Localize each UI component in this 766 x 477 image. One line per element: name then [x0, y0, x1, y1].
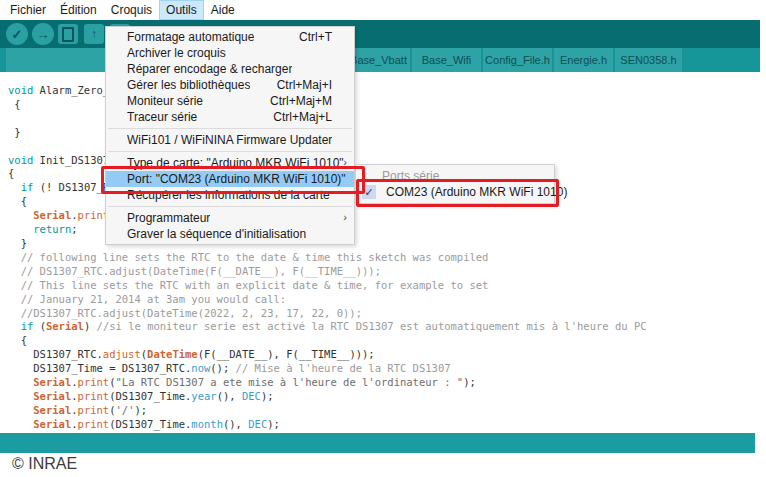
code-token: Serial [46, 320, 84, 332]
menu-item-label: Type de carte: "Arduino MKR WiFi 1010" [127, 156, 344, 170]
menubar-item-edition[interactable]: Édition [54, 1, 103, 19]
menu-bar: FichierÉditionCroquisOutilsAide [0, 0, 766, 20]
code-token: DS1307_Time = DS1307_RTC. [8, 362, 191, 374]
code-token: (), [223, 418, 248, 430]
page-icon [62, 27, 74, 42]
code-token: if [21, 320, 34, 332]
menu-separator-line [108, 151, 352, 152]
menu-item-label: Programmateur [127, 211, 210, 225]
menu-item-moniteur-serie[interactable]: Moniteur sérieCtrl+Maj+M [106, 93, 354, 109]
code-token: return [33, 223, 71, 235]
status-bar [0, 433, 755, 453]
code-token: (DS1307_Time. [109, 418, 191, 430]
menu-item-archiver-le-croquis[interactable]: Archiver le croquis [106, 45, 354, 61]
code-token: DS1307_RTC. [8, 348, 103, 360]
code-token: Serial [33, 404, 71, 416]
tab-label: SEN0358.h [620, 54, 676, 66]
menubar-item-fichier[interactable]: Fichier [4, 1, 52, 19]
tab-label: Base_Wifi [422, 54, 472, 66]
menubar-item-outils[interactable]: Outils [160, 1, 203, 19]
code-token: { [8, 195, 27, 207]
menu-item-shortcut: Ctrl+Maj+L [273, 110, 346, 124]
code-line: // following line sets the RTC to the da… [8, 251, 760, 265]
menu-item-shortcut: Ctrl+T [299, 30, 346, 44]
menu-item-programmateur[interactable]: Programmateur› [106, 210, 354, 226]
code-token: (); [210, 362, 235, 374]
code-token: Init_DS1307_ [33, 154, 115, 166]
code-token: (), [217, 390, 242, 402]
code-token [8, 181, 21, 193]
menu-item-reparer-encodage-recharger[interactable]: Réparer encodage & recharger [106, 61, 354, 77]
menu-item-recuperer-les-informations-de-la-carte[interactable]: Récupérer les informations de la carte [106, 187, 354, 203]
code-token: (DS1307_Time. [109, 390, 191, 402]
code-token: //DS1307_RTC.adjust(DateTime(2022, 2, 23… [8, 307, 362, 319]
code-token: { [8, 167, 14, 179]
submenu-item-label: COM23 (Arduino MKR WiFi 1010) [386, 185, 567, 199]
verify-button[interactable]: ✓ [6, 23, 28, 45]
new-sketch-button[interactable] [58, 24, 78, 44]
open-button[interactable]: ↑ [84, 24, 104, 44]
menu-item-graver-la-sequence-d-initialisation[interactable]: Graver la séquence d'initialisation [106, 226, 354, 242]
menu-item-label: Récupérer les informations de la carte [127, 188, 330, 202]
menubar-item-aide[interactable]: Aide [205, 1, 241, 19]
code-token: } [8, 237, 27, 249]
code-token: DateTime [147, 348, 198, 360]
upload-button[interactable]: → [32, 23, 54, 45]
code-token [8, 209, 33, 221]
menu-item-label: Moniteur série [127, 94, 203, 108]
code-token: // DS1307_RTC.adjust(DateTime(F(__DATE__… [8, 265, 381, 277]
code-token: ); [134, 404, 147, 416]
code-token: } [8, 126, 21, 138]
tab-energie-h[interactable]: Energie.h [554, 48, 614, 72]
code-token: // This line sets the RTC with an explic… [8, 279, 488, 291]
code-line: Serial.print(DS1307_Time.year(), DEC); [8, 390, 760, 404]
tab-config-file-h[interactable]: Config_File.h [483, 48, 553, 72]
menu-item-label: Traceur série [127, 110, 197, 124]
menubar-item-croquis[interactable]: Croquis [105, 1, 158, 19]
code-token: // following line sets the RTC to the da… [8, 251, 488, 263]
code-line: DS1307_RTC.adjust(DateTime(F(__DATE__), … [8, 348, 760, 362]
menu-item-type-de-carte-arduino-mkr-wifi-1010[interactable]: Type de carte: "Arduino MKR WiFi 1010"› [106, 155, 354, 171]
menu-item-wifi101-wifinina-firmware-updater[interactable]: WiFi101 / WiFiNINA Firmware Updater [106, 132, 354, 148]
menu-separator-line [108, 206, 352, 207]
code-line: // This line sets the RTC with an explic… [8, 279, 760, 293]
menu-item-label: Graver la séquence d'initialisation [127, 227, 306, 241]
port-submenu-items: ✓COM23 (Arduino MKR WiFi 1010) [356, 184, 554, 200]
code-token: DEC [248, 418, 267, 430]
code-token: ; [71, 223, 77, 235]
submenu-item-com23-arduino-mkr-wifi-1010[interactable]: ✓COM23 (Arduino MKR WiFi 1010) [356, 184, 554, 200]
arrow-right-icon: → [37, 27, 50, 42]
code-token: ); [267, 418, 280, 430]
code-token: { [8, 98, 21, 110]
menu-separator [106, 148, 354, 155]
menu-item-shortcut: Ctrl+Maj+M [270, 94, 346, 108]
menu-item-port-com23-arduino-mkr-wifi-1010[interactable]: Port: "COM23 (Arduino MKR WiFi 1010)" [106, 171, 354, 187]
code-token: now [191, 362, 210, 374]
code-token: Serial [33, 376, 71, 388]
tab-base-wifi[interactable]: Base_Wifi [412, 48, 482, 72]
menu-item-label: Port: "COM23 (Arduino MKR WiFi 1010)" [127, 172, 346, 186]
code-token: ( [33, 320, 46, 332]
code-token: (! DS1307_RT [33, 181, 115, 193]
tab-base-vbatt[interactable]: Base_Vbatt [347, 48, 411, 72]
ports-serie-header: Ports série [356, 168, 554, 184]
menu-item-traceur-serie[interactable]: Traceur sérieCtrl+Maj+L [106, 109, 354, 125]
code-line: DS1307_Time = DS1307_RTC.now(); // Mise … [8, 362, 760, 376]
menu-item-formatage-automatique[interactable]: Formatage automatiqueCtrl+T [106, 29, 354, 45]
code-token: year [191, 390, 216, 402]
code-line: Serial.print("La RTC DS1307 a ete mise à… [8, 376, 760, 390]
code-token: Serial [33, 209, 71, 221]
code-token [8, 320, 21, 332]
code-token: month [191, 418, 223, 430]
menu-separator-line [108, 128, 352, 129]
code-token [8, 404, 33, 416]
code-token: DEC [242, 390, 261, 402]
submenu-chevron-icon: › [343, 211, 347, 223]
code-token [8, 418, 33, 430]
code-line: { [8, 334, 760, 348]
tab-sen0358-h[interactable]: SEN0358.h [615, 48, 683, 72]
menu-item-gerer-les-bibliotheques[interactable]: Gérer les bibliothèquesCtrl+Maj+I [106, 77, 354, 93]
code-token: void [8, 84, 33, 96]
code-token: (F(__DATE__), F(__TIME__))); [198, 348, 375, 360]
code-line: Serial.print(DS1307_Time.month(), DEC); [8, 418, 760, 432]
